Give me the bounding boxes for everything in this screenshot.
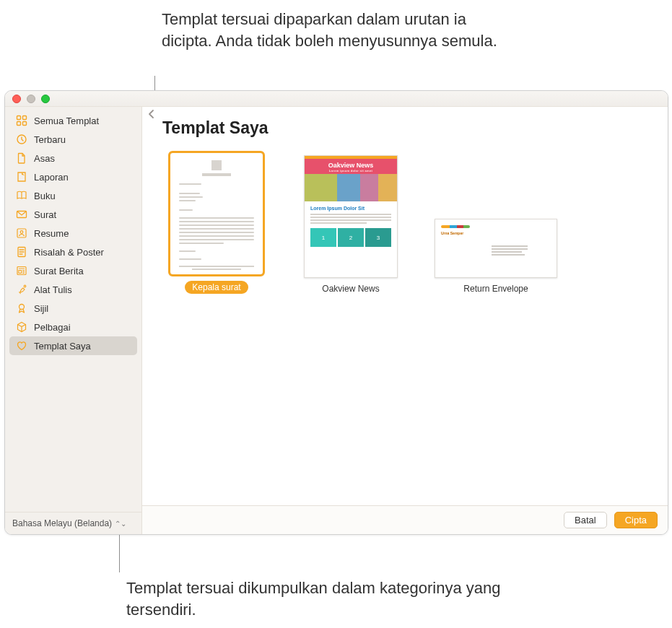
window-close-button[interactable] [12,95,21,103]
template-item-oakview-news[interactable]: Oakview News Lorem ipsum dolor sit amet … [297,155,405,294]
book-icon [15,189,28,202]
svg-point-10 [24,285,26,287]
window-minimize-button[interactable] [27,95,35,103]
clock-icon [15,133,28,146]
template-grid: Kepala surat Oakview News Lorem ipsum do… [162,152,647,294]
oakview-header: Oakview News [305,162,397,169]
grid-icon [15,114,28,127]
sidebar-item-label: Templat Saya [34,341,91,352]
sidebar-item-asas[interactable]: Asas [9,149,137,167]
chevron-up-down-icon: ⌃⌄ [115,520,126,528]
sidebar-item-label: Resume [34,228,69,239]
envelope-icon [15,208,28,221]
template-thumbnail: Urna Semper [435,219,557,278]
annotation-bottom: Templat tersuai dikumpulkan dalam katego… [126,577,502,620]
sidebar-item-label: Surat Berita [34,266,84,276]
svg-rect-0 [17,116,21,120]
sidebar-item-label: Asas [34,153,55,164]
svg-point-11 [19,305,25,310]
sidebar-item-laporan[interactable]: Laporan [9,167,137,186]
sidebar-list: Semua Templat Terbaru Asas Laporan Buku [5,107,141,512]
cancel-button[interactable]: Batal [564,512,607,528]
sidebar-item-label: Sijil [34,303,48,314]
language-selector[interactable]: Bahasa Melayu (Belanda) ⌃⌄ [5,512,141,534]
sidebar-item-label: Terbaru [34,134,66,145]
stationery-icon [15,283,28,296]
report-icon [15,170,28,183]
template-chooser-window: Semua Templat Terbaru Asas Laporan Buku [4,90,668,535]
sidebar-item-alat-tulis[interactable]: Alat Tulis [9,280,137,299]
template-label: Kepala surat [185,281,248,294]
oakview-article-title: Lorem Ipsum Dolor Sit [310,206,391,211]
main-pane: Templat Saya [142,107,668,534]
sidebar-item-templat-saya[interactable]: Templat Saya [9,336,137,355]
heart-icon [15,339,28,352]
person-icon [15,227,28,240]
svg-rect-1 [23,116,27,120]
window-zoom-button[interactable] [41,95,50,103]
svg-rect-3 [23,122,27,126]
sidebar-item-buku[interactable]: Buku [9,186,137,205]
create-button[interactable]: Cipta [614,512,658,528]
sidebar-collapse-button[interactable] [146,108,157,120]
template-label: Oakview News [322,284,379,294]
sidebar-item-label: Alat Tulis [34,284,72,295]
sidebar-item-risalah-poster[interactable]: Risalah & Poster [9,243,137,261]
sidebar-item-pelbagai[interactable]: Pelbagai [9,318,137,336]
sidebar-item-sijil[interactable]: Sijil [9,299,137,318]
window-titlebar [5,91,668,107]
annotation-top: Templat tersuai dipaparkan dalam urutan … [162,9,508,51]
doc-icon [15,152,28,165]
poster-icon [15,245,28,258]
svg-point-7 [20,231,23,234]
template-item-return-envelope[interactable]: Urna Semper Return Envelope [431,219,561,294]
cube-icon [15,320,28,333]
ribbon-icon [15,302,28,315]
sidebar-item-semua-templat[interactable]: Semua Templat [9,111,137,130]
template-grid-area: Templat Saya [142,107,668,505]
sidebar-item-label: Semua Templat [34,115,99,126]
template-thumbnail [170,152,263,275]
sidebar-item-label: Pelbagai [34,322,71,333]
sidebar-item-resume[interactable]: Resume [9,224,137,243]
sidebar-item-label: Buku [34,191,56,201]
sidebar-item-label: Risalah & Poster [34,247,104,258]
svg-rect-2 [17,122,21,126]
language-selector-label: Bahasa Melayu (Belanda) [12,518,112,528]
page-title: Templat Saya [162,118,647,138]
sidebar-item-terbaru[interactable]: Terbaru [9,130,137,149]
sidebar-item-label: Surat [34,209,56,220]
sidebar: Semua Templat Terbaru Asas Laporan Buku [5,107,142,534]
oakview-sub: Lorem ipsum dolor sit amet [305,169,397,173]
footer: Batal Cipta [142,505,668,534]
sidebar-item-surat[interactable]: Surat [9,205,137,224]
template-item-kepala-surat[interactable]: Kepala surat [162,152,271,294]
sidebar-item-surat-berita[interactable]: Surat Berita [9,261,137,280]
template-thumbnail: Oakview News Lorem ipsum dolor sit amet … [304,155,398,278]
template-label: Return Envelope [463,284,528,294]
newspaper-icon [15,264,28,277]
sidebar-item-label: Laporan [34,172,69,183]
